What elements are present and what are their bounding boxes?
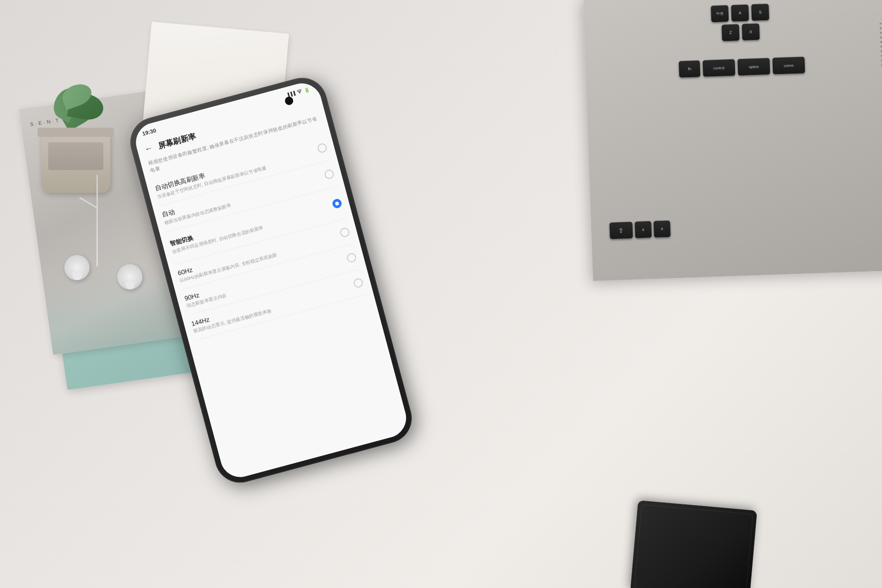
radio-button[interactable] xyxy=(323,169,334,180)
up-arrow-icon: ∧ xyxy=(642,227,645,232)
key-label: S xyxy=(759,10,762,15)
down-arrow-icon: ∨ xyxy=(660,226,663,231)
laptop-body: 中/英 A S Z X xyxy=(583,0,882,281)
screen-content: 19:30 ▐▐▐ 🔋 xyxy=(131,79,411,482)
status-time: 19:30 xyxy=(141,127,157,137)
key-down[interactable]: ∨ xyxy=(654,220,671,237)
smartphone: 19:30 ▐▐▐ 🔋 xyxy=(124,72,417,488)
battery-icon: 🔋 xyxy=(303,87,310,93)
key-label: comm xyxy=(784,63,794,68)
key-s[interactable]: S xyxy=(751,4,769,21)
phone-screen: 19:30 ▐▐▐ 🔋 xyxy=(131,79,411,482)
radio-button[interactable] xyxy=(353,277,364,288)
key-up[interactable]: ∧ xyxy=(635,221,652,238)
key-fn[interactable]: fn xyxy=(678,60,700,78)
back-button[interactable]: ← xyxy=(143,143,154,154)
key-zhongying[interactable]: 中/英 xyxy=(711,5,729,22)
shift-icon: ⇧ xyxy=(618,226,624,234)
keyboard-row-modifiers: fn control option comm xyxy=(599,54,882,80)
earphones xyxy=(60,175,152,294)
key-x[interactable]: X xyxy=(742,23,760,40)
key-command[interactable]: comm xyxy=(772,57,805,74)
wallet-body xyxy=(630,500,757,588)
key-shift[interactable]: ⇧ xyxy=(610,222,633,239)
wallet-texture xyxy=(634,504,753,588)
plant-pot-container xyxy=(28,55,129,193)
key-control[interactable]: control xyxy=(702,59,735,77)
phone-body: 19:30 ▐▐▐ 🔋 xyxy=(124,72,417,488)
key-label: 中/英 xyxy=(716,11,724,16)
radio-button-selected[interactable] xyxy=(331,198,342,209)
keyboard-area: 中/英 A S Z X xyxy=(597,0,882,253)
wifi-icon xyxy=(296,89,303,96)
key-label: X xyxy=(749,29,752,34)
key-label: Z xyxy=(729,30,732,35)
desktop-surface: S·E·N·T xyxy=(0,0,882,588)
key-label: fn xyxy=(688,67,691,71)
earphone-right xyxy=(117,264,142,289)
earphone-left xyxy=(64,255,90,280)
key-a[interactable]: A xyxy=(731,5,749,22)
key-option[interactable]: option xyxy=(737,58,770,75)
laptop: 中/英 A S Z X xyxy=(560,0,882,322)
wallet xyxy=(616,487,744,588)
key-z[interactable]: Z xyxy=(722,24,740,41)
radio-button[interactable] xyxy=(339,226,350,237)
earphone-wire xyxy=(96,175,98,266)
key-label: option xyxy=(749,64,759,69)
modifier-row: ⇧ ∧ ∨ xyxy=(610,220,671,239)
radio-button[interactable] xyxy=(346,252,357,263)
key-label: A xyxy=(739,11,741,15)
key-label: control xyxy=(713,66,724,70)
radio-button[interactable] xyxy=(317,142,328,153)
